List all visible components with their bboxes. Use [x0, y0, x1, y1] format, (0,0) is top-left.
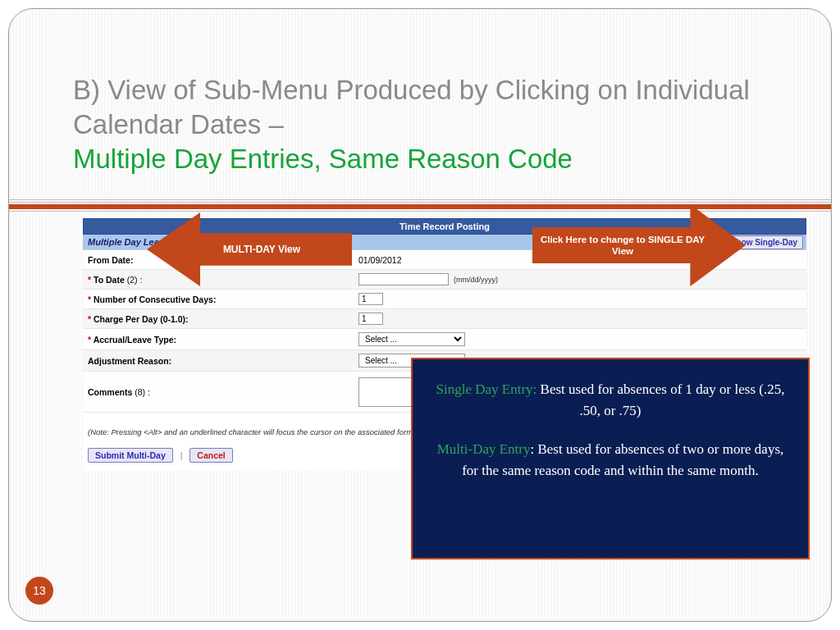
- accrual-type-label: * Accrual/Leave Type:: [88, 335, 358, 345]
- button-separator: |: [180, 450, 183, 460]
- divider-band: [9, 199, 831, 211]
- to-date-input[interactable]: [358, 273, 449, 285]
- charge-per-day-input[interactable]: [358, 313, 383, 325]
- slide-title: B) View of Sub-Menu Produced by Clicking…: [73, 73, 767, 177]
- consecutive-days-input[interactable]: [358, 293, 383, 305]
- info-multi-heading: Multi-Day Entry: [437, 441, 531, 457]
- to-date-hint: (mm/dd/yyyy): [454, 276, 498, 284]
- title-line-gray: B) View of Sub-Menu Produced by Clicking…: [73, 75, 750, 139]
- to-date-label: * To Date (2) :: [88, 275, 358, 285]
- slide-frame: B) View of Sub-Menu Produced by Clicking…: [8, 8, 832, 622]
- info-single-heading: Single Day Entry:: [436, 381, 537, 397]
- accrual-type-select[interactable]: Select ...: [358, 332, 465, 346]
- comments-label: Comments (8) :: [88, 387, 358, 397]
- from-date-value: 01/09/2012: [358, 255, 402, 265]
- consecutive-days-label: * Number of Consecutive Days:: [88, 294, 358, 304]
- title-line-green: Multiple Day Entries, Same Reason Code: [73, 144, 573, 174]
- charge-per-day-label: * Charge Per Day (0-1.0):: [88, 314, 358, 324]
- row-consecutive-days: * Number of Consecutive Days:: [83, 290, 806, 309]
- row-accrual-type: * Accrual/Leave Type: Select ...: [83, 329, 806, 350]
- row-charge-per-day: * Charge Per Day (0-1.0):: [83, 309, 806, 329]
- cancel-button[interactable]: Cancel: [189, 448, 232, 463]
- submit-multi-day-button[interactable]: Submit Multi-Day: [88, 448, 173, 463]
- adjustment-reason-label: Adjustment Reason:: [88, 356, 358, 366]
- info-single-body: Best used for absences of 1 day or less …: [536, 381, 784, 418]
- info-callout-box: Single Day Entry: Best used for absences…: [411, 358, 810, 559]
- page-number-badge: 13: [25, 577, 53, 605]
